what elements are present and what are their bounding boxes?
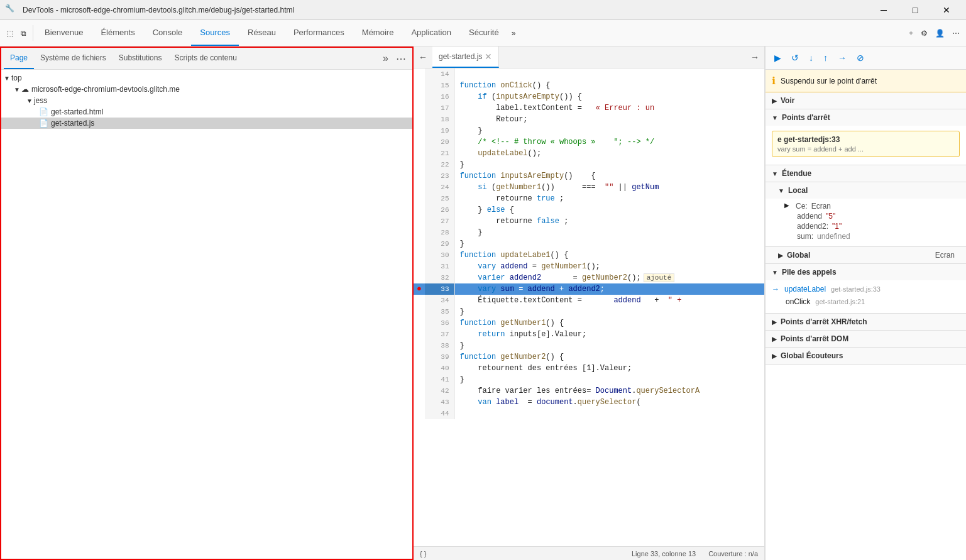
debug-toolbar: ▶ ↺ ↓ ↑ → ⊘ xyxy=(766,47,966,70)
debug-section-breakpoints: ▼ Points d'arrêt e get-startedjs:33 vary… xyxy=(766,109,966,165)
code-line-22: 22 } xyxy=(414,159,764,170)
tab-elements[interactable]: Éléments xyxy=(92,20,143,46)
code-line-36: 36 function getNumber1() { xyxy=(414,317,764,329)
devtools-toolbar: ⬚ ⧉ Bienvenue Éléments Console Sources R… xyxy=(0,20,966,47)
tree-item-domain[interactable]: ▼ ☁ microsoft-edge-chromium-devtools.gli… xyxy=(1,84,412,95)
code-area[interactable]: 14 15 function onC1ick() { 16 if (inputs… xyxy=(414,69,764,546)
debug-step-into-button[interactable]: ↓ xyxy=(805,50,817,65)
tab-performances[interactable]: Performances xyxy=(285,20,353,46)
tab-sources[interactable]: Sources xyxy=(191,20,239,46)
prop-key-ce: Ce: xyxy=(796,202,808,211)
prop-addend: addend "5" xyxy=(772,211,960,221)
breakpoint-35 xyxy=(414,306,425,317)
tab-content-scripts[interactable]: Scripts de contenu xyxy=(168,48,243,69)
editor-nav-back[interactable]: ← xyxy=(414,47,432,68)
breakpoint-14 xyxy=(414,69,425,80)
code-line-24: 24 si (getNumber1()) === "" || getNum xyxy=(414,182,764,193)
settings-button[interactable]: ⚙ xyxy=(917,20,931,46)
code-table: 14 15 function onC1ick() { 16 if (inputs… xyxy=(414,69,764,419)
breakpoint-25 xyxy=(414,193,425,204)
debug-step-button[interactable]: → xyxy=(834,50,850,65)
more-tabs-button[interactable]: » xyxy=(508,20,520,46)
tree-label-html: get-started.html xyxy=(51,107,103,116)
breakpoint-15 xyxy=(414,80,425,91)
tab-securite[interactable]: Sécurité xyxy=(460,20,508,46)
tree-item-js[interactable]: 📄 get-started.js xyxy=(1,118,412,129)
editor-tab-close[interactable]: ✕ xyxy=(485,52,492,62)
callstack-label: Pile des appels xyxy=(782,268,837,277)
tab-page[interactable]: Page xyxy=(4,48,34,69)
breakpoint-18 xyxy=(414,114,425,125)
file-icon-html: 📄 xyxy=(39,107,48,116)
debug-step-over-button[interactable]: ↺ xyxy=(788,50,803,65)
panel-options-button[interactable]: ⋯ xyxy=(392,53,410,65)
more-options-button[interactable]: ⋯ xyxy=(948,20,963,46)
breakpoint-39 xyxy=(414,351,425,363)
editor-tab-js[interactable]: get-started.js ✕ xyxy=(432,47,499,68)
editor-nav-forward[interactable]: → xyxy=(745,47,764,68)
debug-section-watch-header[interactable]: ▶ Voir xyxy=(766,92,966,109)
breakpoint-41 xyxy=(414,374,425,385)
code-line-30: 30 function updateLabe1() { xyxy=(414,250,764,261)
call-item-updatelabel[interactable]: → updateLabel get-started.js:33 xyxy=(772,283,960,295)
maximize-button[interactable]: □ xyxy=(901,0,930,20)
tree-item-folder[interactable]: ▼ jess xyxy=(1,95,412,106)
tab-bienvenue[interactable]: Bienvenue xyxy=(36,20,92,46)
local-label: Local xyxy=(788,186,808,195)
debug-deactivate-button[interactable]: ⊘ xyxy=(853,50,868,65)
tab-substitutions[interactable]: Substitutions xyxy=(113,48,168,69)
window-title: DevTools - microsoft-edge-chromium-devto… xyxy=(23,6,869,14)
tree-label-js: get-started.js xyxy=(51,119,94,128)
breakpoint-21 xyxy=(414,148,425,159)
device-toolbar-button[interactable]: ⧉ xyxy=(17,20,30,46)
code-line-34: 34 Étiquette.textContent = addend + " + xyxy=(414,295,764,306)
debug-section-global-listeners-header[interactable]: ▶ Global Écouteurs xyxy=(766,348,966,364)
add-panel-button[interactable]: + xyxy=(905,20,917,46)
debug-section-xhr-header[interactable]: ▶ Points d'arrêt XHR/fetch xyxy=(766,314,966,330)
domain-cloud-icon: ☁ xyxy=(21,85,29,94)
call-item-onclick[interactable]: onClick get-started.js:21 xyxy=(772,295,960,308)
breakpoints-caret: ▼ xyxy=(772,114,778,121)
minimize-button[interactable]: ─ xyxy=(869,0,898,20)
tab-reseau[interactable]: Réseau xyxy=(239,20,285,46)
code-line-42: 42 faire varier les entrées= Document.qu… xyxy=(414,385,764,397)
profile-button[interactable]: 👤 xyxy=(931,20,948,46)
watch-caret: ▶ xyxy=(772,97,777,104)
breakpoint-item-1[interactable]: e get-startedjs:33 vary sum = addend + a… xyxy=(772,131,960,157)
tree-item-html[interactable]: 📄 get-started.html xyxy=(1,106,412,118)
close-button[interactable]: ✕ xyxy=(932,0,961,20)
debug-section-dom-header[interactable]: ▶ Points d'arrêt DOM xyxy=(766,331,966,347)
suspended-text: Suspendu sur le point d'arrêt xyxy=(781,77,877,85)
code-line-14: 14 xyxy=(414,69,764,80)
debug-section-breakpoints-header[interactable]: ▼ Points d'arrêt xyxy=(766,109,966,126)
tree-label-domain: microsoft-edge-chromium-devtools.glitch.… xyxy=(31,85,180,94)
debug-section-callstack-header[interactable]: ▼ Pile des appels xyxy=(766,264,966,280)
breakpoint-22 xyxy=(414,159,425,170)
ce-caret[interactable]: ▶ xyxy=(784,202,789,211)
xhr-caret: ▶ xyxy=(772,319,777,326)
code-line-39: 39 function getNumber2() { xyxy=(414,351,764,363)
code-line-25: 25 retourne true ; xyxy=(414,193,764,204)
debug-section-local-header[interactable]: ▼ Local xyxy=(766,182,966,199)
tab-memoire[interactable]: Mémoire xyxy=(353,20,403,46)
panel-more-button[interactable]: » xyxy=(379,53,392,64)
debug-section-global-header[interactable]: ▶ Global Ecran xyxy=(766,247,966,263)
inspect-element-button[interactable]: ⬚ xyxy=(3,20,17,46)
breakpoint-42 xyxy=(414,385,425,397)
code-line-38: 38 } xyxy=(414,340,764,351)
code-line-17: 17 label.textContent = « Erreur : un xyxy=(414,102,764,114)
debug-step-out-button[interactable]: ↑ xyxy=(820,50,832,65)
breakpoint-28 xyxy=(414,227,425,238)
editor-tab-bar: ← get-started.js ✕ → xyxy=(414,47,764,69)
global-value: Ecran xyxy=(935,251,955,260)
tab-console[interactable]: Console xyxy=(144,20,192,46)
tree-item-top[interactable]: ▼ top xyxy=(1,72,412,84)
debug-section-scope-header[interactable]: ▼ Étendue xyxy=(766,165,966,182)
global-listeners-label: Global Écouteurs xyxy=(781,351,843,360)
breakpoints-content: e get-startedjs:33 vary sum = addend + a… xyxy=(766,126,966,165)
tab-filesystem[interactable]: Système de fichiers xyxy=(34,48,113,69)
code-line-26: 26 } else { xyxy=(414,204,764,216)
debug-resume-button[interactable]: ▶ xyxy=(771,50,785,65)
tab-application[interactable]: Application xyxy=(402,20,460,46)
code-line-27: 27 retourne false ; xyxy=(414,216,764,227)
